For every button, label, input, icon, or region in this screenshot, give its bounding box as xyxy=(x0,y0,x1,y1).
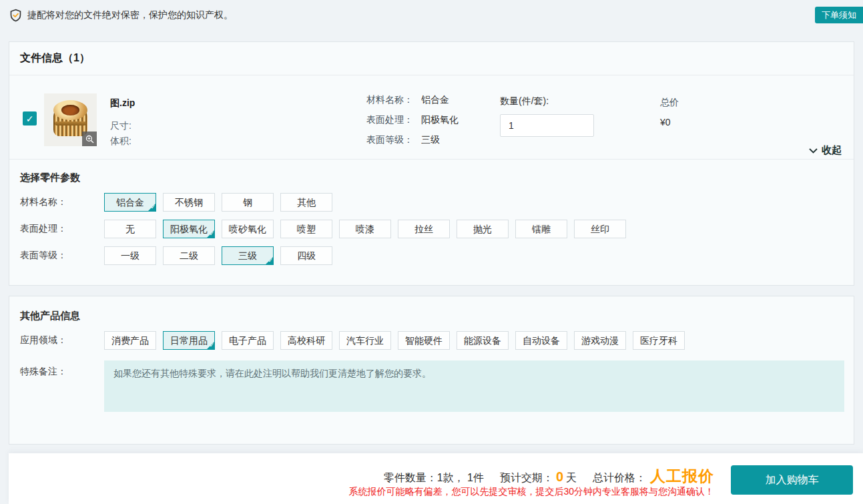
quote-page: 捷配将对您的文件绝对保密，保护您的知识产权。 下单须知 文件信息（1） ✓ xyxy=(0,0,863,504)
option-button[interactable]: 阳极氧化 xyxy=(163,220,215,238)
card-divider xyxy=(9,159,854,160)
other-info-card: 其他产品信息 应用领域： 消费产品日常用品电子产品高校科研汽车行业智能硬件能源设… xyxy=(9,296,854,445)
delivery-label: 预计交期： xyxy=(500,471,553,485)
order-notes-button[interactable]: 下单须知 xyxy=(815,7,863,23)
shield-check-icon xyxy=(9,9,22,22)
parts-count-value: 1款， 1件 xyxy=(437,471,484,485)
checkout-bar: 零件数量： 1款， 1件 预计交期： 0 天 总计价格： 人工报价 系统报价可能… xyxy=(9,453,863,504)
file-row: ✓ 图.zip 尺寸: 体积: xyxy=(9,75,854,159)
add-to-cart-button[interactable]: 加入购物车 xyxy=(731,465,853,495)
quantity-label: 数量(件/套): xyxy=(500,95,594,107)
part-thumbnail[interactable] xyxy=(44,93,97,146)
option-button[interactable]: 医疗牙科 xyxy=(633,331,685,350)
param-row-finish: 表面处理： 无阳极氧化喷砂氧化喷塑喷漆拉丝抛光镭雕丝印 xyxy=(20,220,854,238)
option-button[interactable]: 游戏动漫 xyxy=(574,331,626,350)
security-notice: 捷配将对您的文件绝对保密，保护您的知识产权。 xyxy=(9,9,233,22)
remark-textarea[interactable] xyxy=(104,360,844,412)
file-card-title: 文件信息（1） xyxy=(20,51,90,65)
param-row-material: 材料名称： 铝合金不锈钢钢其他 xyxy=(20,193,854,212)
zoom-preview-icon[interactable] xyxy=(82,132,97,146)
param-label: 材料名称： xyxy=(20,196,104,208)
application-row: 应用领域： 消费产品日常用品电子产品高校科研汽车行业智能硬件能源设备自动设备游戏… xyxy=(20,331,854,350)
grade-options: 一级二级三级四级 xyxy=(104,246,332,265)
option-button[interactable]: 丝印 xyxy=(574,220,626,238)
option-button[interactable]: 铝合金 xyxy=(104,193,156,212)
option-button[interactable]: 电子产品 xyxy=(222,331,274,350)
file-checkbox[interactable]: ✓ xyxy=(23,111,37,125)
file-info-card: 文件信息（1） ✓ xyxy=(9,41,854,286)
option-button[interactable]: 能源设备 xyxy=(457,331,509,350)
option-button[interactable]: 二级 xyxy=(163,246,215,265)
option-button[interactable]: 喷漆 xyxy=(339,220,391,238)
option-button[interactable]: 消费产品 xyxy=(104,331,156,350)
delivery-unit: 天 xyxy=(566,471,577,485)
order-summary: 零件数量： 1款， 1件 预计交期： 0 天 总计价格： 人工报价 xyxy=(384,466,714,487)
option-button[interactable]: 三级 xyxy=(222,246,274,265)
file-card-header: 文件信息（1） xyxy=(9,42,854,75)
collapse-label: 收起 xyxy=(822,144,842,157)
file-meta: 图.zip 尺寸: 体积: xyxy=(110,97,135,148)
option-button[interactable]: 日常用品 xyxy=(163,331,215,350)
option-button[interactable]: 抛光 xyxy=(457,220,509,238)
total-price-value: ¥0 xyxy=(660,117,679,128)
manual-quote-value: 人工报价 xyxy=(650,466,714,487)
option-button[interactable]: 自动设备 xyxy=(515,331,567,350)
other-card-title: 其他产品信息 xyxy=(20,310,854,322)
option-button[interactable]: 喷塑 xyxy=(280,220,332,238)
option-button[interactable]: 汽车行业 xyxy=(339,331,391,350)
option-button[interactable]: 四级 xyxy=(280,246,332,265)
option-button[interactable]: 一级 xyxy=(104,246,156,265)
option-button[interactable]: 拉丝 xyxy=(398,220,450,238)
option-button[interactable]: 喷砂氧化 xyxy=(222,220,274,238)
quantity-input[interactable] xyxy=(500,114,594,137)
option-button[interactable]: 高校科研 xyxy=(280,331,332,350)
summary-material: 材料名称： 铝合金 xyxy=(366,94,459,106)
option-button[interactable]: 其他 xyxy=(280,193,332,212)
option-button[interactable]: 无 xyxy=(104,220,156,238)
collapse-toggle[interactable]: 收起 xyxy=(809,144,842,157)
quote-disclaimer: 系统报价可能略有偏差，您可以先提交审核，提交后30分钟内专业客服将与您沟通确认！ xyxy=(348,486,714,498)
file-dimension-label: 尺寸: xyxy=(110,120,135,132)
chevron-down-icon xyxy=(809,148,818,154)
total-price-label: 总价 xyxy=(660,97,679,109)
option-button[interactable]: 智能硬件 xyxy=(398,331,450,350)
option-button[interactable]: 钢 xyxy=(222,193,274,212)
top-bar: 捷配将对您的文件绝对保密，保护您的知识产权。 下单须知 xyxy=(0,0,863,31)
delivery-days-value: 0 xyxy=(556,469,563,485)
quantity-field: 数量(件/套): xyxy=(500,95,594,137)
file-volume-label: 体积: xyxy=(110,136,135,148)
param-row-grade: 表面等级： 一级二级三级四级 xyxy=(20,246,854,265)
summary-grade: 表面等级： 三级 xyxy=(366,134,459,146)
parts-count-label: 零件数量： xyxy=(384,471,437,485)
material-options: 铝合金不锈钢钢其他 xyxy=(104,193,332,212)
params-section-title: 选择零件参数 xyxy=(20,172,854,184)
application-label: 应用领域： xyxy=(20,334,104,346)
param-label: 表面等级： xyxy=(20,250,104,262)
file-param-summary: 材料名称： 铝合金 表面处理： 阳极氧化 表面等级： 三级 xyxy=(366,94,459,154)
summary-finish: 表面处理： 阳极氧化 xyxy=(366,114,459,126)
option-button[interactable]: 不锈钢 xyxy=(163,193,215,212)
total-label: 总计价格： xyxy=(593,471,646,485)
option-button[interactable]: 镭雕 xyxy=(515,220,567,238)
finish-options: 无阳极氧化喷砂氧化喷塑喷漆拉丝抛光镭雕丝印 xyxy=(104,220,626,238)
param-label: 表面处理： xyxy=(20,223,104,235)
application-options: 消费产品日常用品电子产品高校科研汽车行业智能硬件能源设备自动设备游戏动漫医疗牙科 xyxy=(104,331,685,350)
remark-row: 特殊备注： xyxy=(20,360,854,412)
security-notice-text: 捷配将对您的文件绝对保密，保护您的知识产权。 xyxy=(27,9,233,21)
remark-label: 特殊备注： xyxy=(20,366,104,378)
check-icon: ✓ xyxy=(26,114,34,123)
file-name: 图.zip xyxy=(110,97,135,109)
total-price: 总价 ¥0 xyxy=(660,97,679,128)
